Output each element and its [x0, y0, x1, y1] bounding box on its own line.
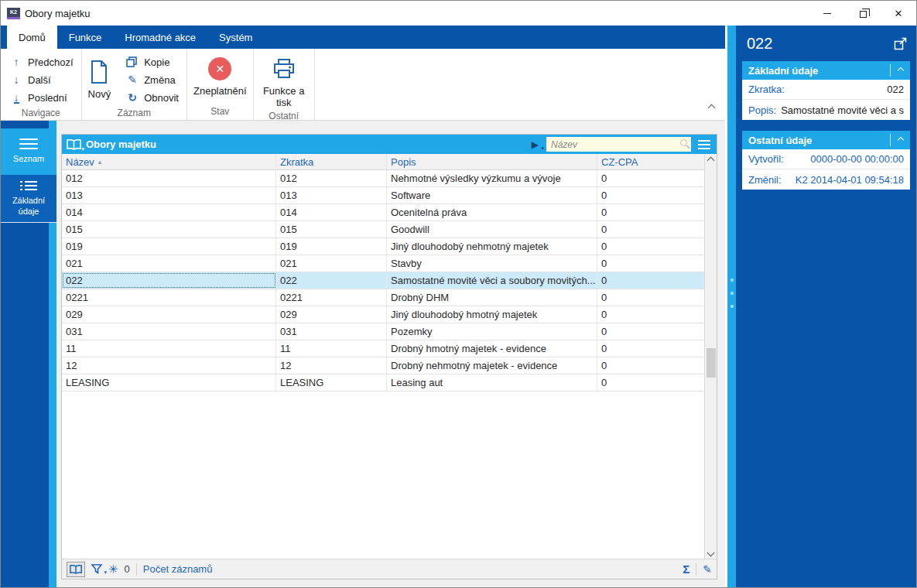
cell-czcpa[interactable]: 0: [597, 187, 704, 203]
column-header-zkratka[interactable]: Zkratka: [276, 154, 387, 169]
cell-nazev[interactable]: LEASING: [62, 374, 276, 391]
cell-czcpa[interactable]: 0: [597, 255, 704, 272]
next-button[interactable]: ↓ Další: [7, 71, 77, 88]
cell-czcpa[interactable]: 0: [597, 323, 704, 340]
cell-popis[interactable]: Ocenitelná práva: [387, 204, 597, 220]
cell-nazev[interactable]: 11: [62, 340, 276, 357]
restore-button[interactable]: [845, 1, 881, 26]
cell-czcpa[interactable]: 0: [597, 340, 704, 357]
functions-print-button[interactable]: Funkce a tisk: [254, 52, 314, 109]
tab-domu[interactable]: Domů: [7, 26, 57, 49]
table-row[interactable]: 031031Pozemky0: [62, 323, 704, 340]
cell-nazev[interactable]: 013: [62, 187, 276, 203]
table-menu-button[interactable]: [694, 137, 714, 152]
cell-popis[interactable]: Drobný DHM: [387, 289, 597, 306]
cell-zkratka[interactable]: 11: [276, 340, 387, 357]
cell-nazev[interactable]: 015: [62, 221, 276, 238]
copy-button[interactable]: Kopie: [123, 53, 182, 70]
table-row[interactable]: 022022Samostatné movité věci a soubory m…: [62, 272, 704, 289]
table-row[interactable]: 021021Stavby0: [62, 255, 704, 272]
collapse-section-button[interactable]: [890, 134, 910, 146]
run-filter-button[interactable]: ▶▾: [532, 139, 539, 150]
refresh-button[interactable]: ↻ Obnovit: [123, 89, 182, 106]
cell-czcpa[interactable]: 0: [597, 170, 704, 186]
collapse-section-button[interactable]: [890, 64, 910, 77]
cell-popis[interactable]: Leasing aut: [387, 374, 597, 391]
table-row[interactable]: 015015Goodwill0: [62, 221, 704, 238]
table-row[interactable]: 1212Drobný nehmotný majetek - evidence0: [62, 357, 704, 374]
cell-zkratka[interactable]: 015: [276, 221, 387, 238]
last-button[interactable]: ↓ Poslední: [7, 89, 77, 106]
tab-funkce[interactable]: Funkce: [57, 26, 114, 49]
open-detail-button[interactable]: [894, 37, 907, 50]
minimize-button[interactable]: [809, 1, 845, 26]
edit-button[interactable]: ✎ Změna: [123, 71, 182, 88]
table-row[interactable]: 013013Software0: [62, 187, 704, 204]
cell-zkratka[interactable]: 029: [276, 306, 387, 323]
new-button[interactable]: Nový: [82, 52, 118, 106]
filter-button[interactable]: ▾: [91, 564, 102, 574]
cell-zkratka[interactable]: LEASING: [276, 374, 387, 391]
cell-nazev[interactable]: 014: [62, 204, 276, 220]
cell-zkratka[interactable]: 014: [276, 204, 387, 220]
previous-button[interactable]: ↑ Předchozí: [7, 53, 77, 70]
table-row[interactable]: 012012Nehmotné výsledky výzkumu a vývoje…: [62, 170, 704, 187]
table-row[interactable]: 02210221Drobný DHM0: [62, 289, 704, 306]
asterisk-icon[interactable]: ✳: [108, 562, 118, 576]
cell-popis[interactable]: Drobný nehmotný majetek - evidence: [387, 357, 597, 374]
cell-popis[interactable]: Jiný dlouhodobý nehmotný majetek: [387, 238, 597, 255]
cell-nazev[interactable]: 012: [62, 170, 276, 186]
cell-nazev[interactable]: 029: [62, 306, 276, 323]
cell-popis[interactable]: Software: [387, 187, 597, 203]
cell-popis[interactable]: Drobný hmotný majetek - evidence: [387, 340, 597, 357]
column-header-nazev[interactable]: Název ▴: [62, 154, 276, 169]
section-header[interactable]: Ostatní údaje: [742, 131, 910, 149]
table-row[interactable]: 1111Drobný hmotný majetek - evidence0: [62, 340, 704, 357]
cell-nazev[interactable]: 12: [62, 357, 276, 374]
tab-hromadne-akce[interactable]: Hromadné akce: [113, 26, 207, 49]
table-row[interactable]: 019019Jiný dlouhodobý nehmotný majetek0: [62, 238, 704, 255]
sidebar-item-zakladni-udaje[interactable]: Základní údaje: [1, 175, 56, 223]
cell-czcpa[interactable]: 0: [597, 204, 704, 220]
cell-zkratka[interactable]: 031: [276, 323, 387, 340]
cell-popis[interactable]: Pozemky: [387, 323, 597, 340]
column-header-popis[interactable]: Popis: [387, 154, 597, 169]
cell-czcpa[interactable]: 0: [597, 289, 704, 306]
cell-czcpa[interactable]: 0: [597, 221, 704, 238]
invalidate-button[interactable]: ✕ Zneplatnění: [187, 52, 253, 97]
scrollbar-track[interactable]: [705, 166, 717, 546]
scrollbar-thumb[interactable]: [707, 348, 716, 378]
sidebar-item-seznam[interactable]: Seznam: [1, 128, 56, 175]
section-header[interactable]: Základní údaje: [742, 61, 910, 80]
collapse-ribbon-button[interactable]: [709, 100, 714, 114]
panel-splitter[interactable]: [727, 26, 736, 587]
column-header-czcpa[interactable]: CZ-CPA: [597, 154, 704, 169]
search-input[interactable]: [546, 137, 691, 152]
scroll-up-button[interactable]: [705, 154, 717, 166]
cell-popis[interactable]: Nehmotné výsledky výzkumu a vývoje: [387, 170, 597, 186]
cell-nazev[interactable]: 019: [62, 238, 276, 255]
book-icon[interactable]: ▾: [67, 139, 81, 150]
cell-popis[interactable]: Samostatné movité věci a soubory movitýc…: [387, 272, 597, 289]
cell-popis[interactable]: Stavby: [387, 255, 597, 272]
cell-nazev[interactable]: 022: [62, 272, 276, 289]
book-view-toggle-button[interactable]: [67, 562, 85, 577]
cell-czcpa[interactable]: 0: [597, 357, 704, 374]
cell-zkratka[interactable]: 019: [276, 238, 387, 255]
cell-czcpa[interactable]: 0: [597, 272, 704, 289]
scroll-down-button[interactable]: [705, 546, 717, 559]
table-row[interactable]: 029029Jiný dlouhodobý hmotný majetek0: [62, 306, 704, 323]
cell-nazev[interactable]: 0221: [62, 289, 276, 306]
cell-popis[interactable]: Goodwill: [387, 221, 597, 238]
record-count-label[interactable]: Počet záznamů: [143, 563, 213, 575]
sum-button[interactable]: Σ: [683, 562, 689, 576]
cell-nazev[interactable]: 021: [62, 255, 276, 272]
cell-zkratka[interactable]: 013: [276, 187, 387, 203]
table-row[interactable]: LEASINGLEASINGLeasing aut0: [62, 374, 704, 391]
close-button[interactable]: ✕: [881, 1, 916, 26]
cell-czcpa[interactable]: 0: [597, 238, 704, 255]
cell-zkratka[interactable]: 012: [276, 170, 387, 186]
table-row[interactable]: 014014Ocenitelná práva0: [62, 204, 704, 221]
edit-mode-button[interactable]: ✎: [703, 563, 712, 576]
cell-zkratka[interactable]: 022: [276, 272, 387, 289]
